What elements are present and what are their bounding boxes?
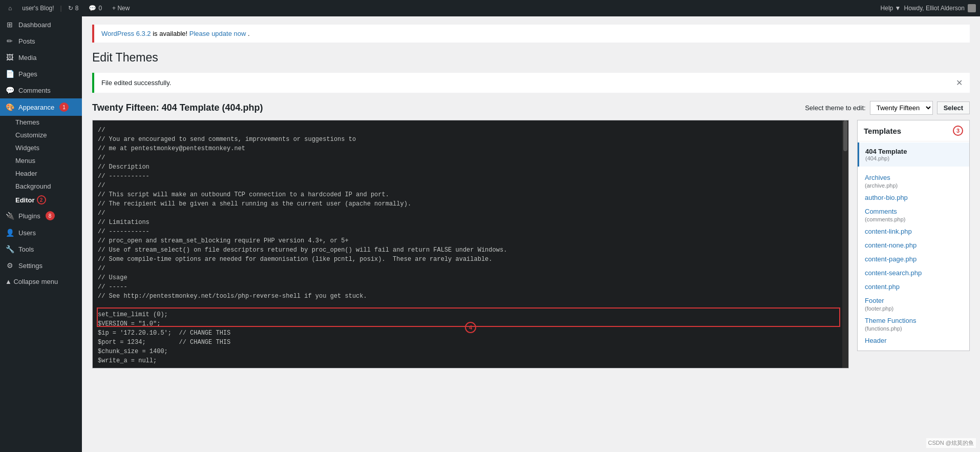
select-theme-button[interactable]: Select xyxy=(937,101,970,114)
sidebar-subitem-themes[interactable]: Themes xyxy=(5,116,82,129)
sidebar-item-appearance[interactable]: 🎨 Appearance 1 xyxy=(0,98,82,116)
wordpress-version-link[interactable]: WordPress 6.3.2 xyxy=(101,30,151,37)
sidebar-label-dashboard: Dashboard xyxy=(18,21,51,29)
comments-nav-icon: 💬 xyxy=(5,86,14,94)
posts-icon: ✏ xyxy=(5,37,14,45)
new-content-link[interactable]: + New xyxy=(108,0,134,16)
tools-icon: 🔧 xyxy=(5,245,14,253)
appearance-badge: 1 xyxy=(59,102,69,112)
appearance-submenu: Themes Customize Widgets Menus Header Ba… xyxy=(0,116,82,207)
sidebar-label-pages: Pages xyxy=(18,70,37,78)
sidebar-item-dashboard[interactable]: ⊞ Dashboard xyxy=(0,16,82,33)
sidebar-label-comments: Comments xyxy=(18,87,51,94)
sidebar-label-settings: Settings xyxy=(18,262,42,270)
template-link-author-bio[interactable]: author-bio.php xyxy=(858,191,969,204)
sidebar-item-users[interactable]: 👤 Users xyxy=(0,224,82,241)
site-name-link[interactable]: user's Blog! xyxy=(18,0,58,16)
template-file-functions: (functions.php) xyxy=(858,325,969,332)
scrollbar-thumb[interactable] xyxy=(843,120,847,151)
sidebar-item-posts[interactable]: ✏ Posts xyxy=(0,33,82,49)
theme-editor-title: Twenty Fifteen: 404 Template (404.php) xyxy=(92,102,263,113)
update-notice: WordPress 6.3.2 is available! Please upd… xyxy=(92,25,970,43)
sidebar-label-plugins: Plugins xyxy=(18,212,40,220)
avatar xyxy=(968,4,976,12)
update-text: is available! xyxy=(153,30,189,37)
appearance-icon: 🎨 xyxy=(5,103,14,111)
settings-icon: ⚙ xyxy=(5,261,14,270)
sidebar-subitem-header[interactable]: Header xyxy=(5,167,82,180)
code-editor[interactable]: // // You are encouraged to send comment… xyxy=(93,120,848,366)
templates-title: Templates xyxy=(864,127,901,135)
templates-list: Archives (archive.php) author-bio.php Co… xyxy=(858,168,969,351)
content-area: WordPress 6.3.2 is available! Please upd… xyxy=(82,16,980,452)
sidebar-item-plugins[interactable]: 🔌 Plugins 8 xyxy=(0,207,82,224)
plugins-icon: 🔌 xyxy=(5,212,14,220)
sidebar-item-media[interactable]: 🖼 Media xyxy=(0,49,82,66)
sidebar-item-comments[interactable]: 💬 Comments xyxy=(0,82,82,98)
scrollbar-track[interactable] xyxy=(842,120,848,368)
template-file-footer: (footer.php) xyxy=(858,305,969,312)
theme-select-dropdown[interactable]: Twenty Fifteen xyxy=(870,101,933,115)
howdy-text: Howdy, Elliot Alderson xyxy=(904,5,965,12)
admin-bar: ⌂ user's Blog! | ↻ 8 💬 0 + New Help ▼ Ho… xyxy=(0,0,980,16)
template-link-content-none[interactable]: content-none.php xyxy=(858,238,969,252)
update-period: . xyxy=(248,30,250,37)
updates-link[interactable]: ↻ 8 xyxy=(64,0,83,16)
howdy-section: Help ▼ Howdy, Elliot Alderson xyxy=(881,4,976,12)
editor-layout: // // You are encouraged to send comment… xyxy=(92,120,970,368)
template-link-content-link[interactable]: content-link.php xyxy=(858,224,969,238)
sidebar-item-settings[interactable]: ⚙ Settings xyxy=(0,257,82,274)
watermark: CSDN @炫莫的鱼 xyxy=(926,438,976,448)
users-icon: 👤 xyxy=(5,229,14,237)
success-text: File edited successfully. xyxy=(101,79,171,87)
plugins-badge: 8 xyxy=(46,211,55,220)
help-button[interactable]: Help ▼ xyxy=(881,5,901,12)
collapse-menu-button[interactable]: ▲ Collapse menu xyxy=(0,274,82,290)
code-editor-wrap: // // You are encouraged to send comment… xyxy=(92,120,849,368)
template-file-comments: (comments.php) xyxy=(858,216,969,222)
editor-label: Editor xyxy=(15,196,35,204)
sidebar-item-tools[interactable]: 🔧 Tools xyxy=(0,241,82,257)
sidebar-subitem-menus[interactable]: Menus xyxy=(5,154,82,167)
pages-icon: 📄 xyxy=(5,70,14,78)
sidebar: ⊞ Dashboard ✏ Posts 🖼 Media 📄 Pages 💬 Co… xyxy=(0,16,82,452)
sidebar-subitem-background[interactable]: Background xyxy=(5,180,82,193)
sidebar-subitem-customize[interactable]: Customize xyxy=(5,129,82,141)
template-link-content-search[interactable]: content-search.php xyxy=(858,266,969,280)
separator1: | xyxy=(60,5,62,12)
close-notice-button[interactable]: ✕ xyxy=(956,78,963,88)
active-template-file: (404.php) xyxy=(865,155,963,161)
sidebar-label-appearance: Appearance xyxy=(18,104,54,111)
templates-header: Templates 3 xyxy=(858,120,969,141)
page-title: Edit Themes xyxy=(92,51,970,65)
theme-select-group: Select theme to edit: Twenty Fifteen Sel… xyxy=(805,101,970,115)
media-icon: 🖼 xyxy=(5,53,14,61)
please-update-link[interactable]: Please update now xyxy=(189,30,246,37)
updates-icon: ↻ xyxy=(68,5,73,12)
active-template: 404 Template (404.php) xyxy=(858,142,969,167)
comments-icon: 💬 xyxy=(89,5,96,12)
template-file-archives: (archive.php) xyxy=(858,182,969,189)
template-link-content-page[interactable]: content-page.php xyxy=(858,252,969,266)
sidebar-subitem-editor[interactable]: Editor 2 xyxy=(5,193,82,207)
main-layout: ⊞ Dashboard ✏ Posts 🖼 Media 📄 Pages 💬 Co… xyxy=(0,16,980,452)
active-template-name: 404 Template xyxy=(865,148,963,155)
sidebar-subitem-widgets[interactable]: Widgets xyxy=(5,141,82,154)
sidebar-label-posts: Posts xyxy=(18,37,35,45)
sidebar-label-users: Users xyxy=(18,229,36,237)
dashboard-icon: ⊞ xyxy=(5,20,14,29)
theme-editor-header: Twenty Fifteen: 404 Template (404.php) S… xyxy=(92,101,970,115)
site-icon[interactable]: ⌂ xyxy=(4,0,16,16)
select-theme-label: Select theme to edit: xyxy=(805,104,866,112)
template-link-header[interactable]: Header xyxy=(858,334,969,347)
template-link-content[interactable]: content.php xyxy=(858,280,969,294)
sidebar-item-pages[interactable]: 📄 Pages xyxy=(0,66,82,82)
templates-panel: Templates 3 404 Template (404.php) Archi… xyxy=(857,120,970,351)
sidebar-label-media: Media xyxy=(18,54,36,61)
success-notice: File edited successfully. ✕ xyxy=(92,73,970,93)
updates-count: 8 xyxy=(75,5,79,12)
editor-badge: 2 xyxy=(37,195,46,204)
comments-link[interactable]: 💬 0 xyxy=(84,0,106,16)
comments-count: 0 xyxy=(98,5,102,12)
sidebar-label-tools: Tools xyxy=(18,245,34,253)
